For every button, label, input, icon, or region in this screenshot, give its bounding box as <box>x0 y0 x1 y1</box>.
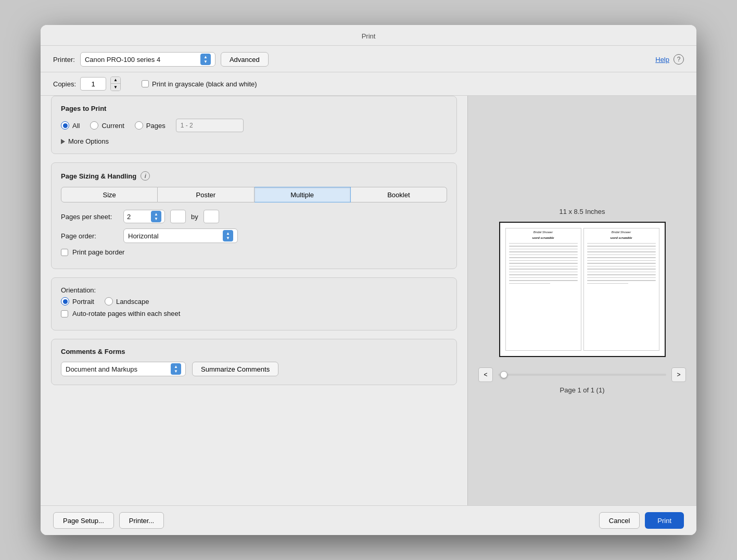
grayscale-label: Print in grayscale (black and white) <box>152 80 257 88</box>
printer-dropdown-arrows: ▲ ▼ <box>200 54 211 65</box>
print-border-label: Print page border <box>72 248 124 256</box>
comments-dropdown[interactable]: Document and Markups ▲ ▼ <box>61 362 186 376</box>
orientation-label: Orientation: <box>61 286 96 294</box>
next-page-button[interactable]: > <box>671 367 686 382</box>
print-button[interactable]: Print <box>645 512 684 529</box>
radio-pages[interactable] <box>135 121 143 130</box>
advanced-button[interactable]: Advanced <box>221 52 269 67</box>
landscape-item[interactable]: Landscape <box>105 297 149 306</box>
pages-to-print-section: Pages to Print All Current Pages <box>51 96 457 154</box>
printer-row: Printer: Canon PRO-100 series 4 ▲ ▼ Adva… <box>53 52 649 67</box>
help-circle-icon[interactable]: ? <box>674 54 684 65</box>
preview-heading-left: word scramble <box>509 236 578 240</box>
comments-dropdown-arrows: ▲ ▼ <box>171 363 181 375</box>
radio-current-item[interactable]: Current <box>90 121 124 130</box>
more-options-label: More Options <box>68 137 109 145</box>
orientation-radio-group: Portrait Landscape <box>61 297 447 306</box>
auto-rotate-checkbox[interactable] <box>61 310 68 317</box>
radio-all[interactable] <box>61 121 69 130</box>
radio-all-label: All <box>72 122 80 130</box>
pages-per-sheet-dropdown[interactable]: 2 ▲ ▼ <box>123 210 165 223</box>
page-order-dropdown[interactable]: Horizontal ▲ ▼ <box>123 228 238 243</box>
page-sizing-title: Page Sizing & Handling <box>61 172 136 180</box>
radio-current-label: Current <box>101 122 124 130</box>
pages-per-sheet-row: Pages per sheet: 2 ▲ ▼ by <box>61 210 447 223</box>
summarize-button[interactable]: Summarize Comments <box>192 362 278 376</box>
page-dimension: 11 x 8.5 Inches <box>559 208 605 215</box>
radio-portrait[interactable] <box>61 297 69 306</box>
pages-radio-group: All Current Pages <box>61 119 447 132</box>
tab-size[interactable]: Size <box>61 187 158 202</box>
page-sizing-header: Page Sizing & Handling i <box>61 171 447 181</box>
more-options-triangle <box>61 139 65 144</box>
help-area: Help ? <box>655 54 684 65</box>
auto-rotate-label: Auto-rotate pages within each sheet <box>72 310 180 317</box>
pages-per-sheet-col-box[interactable] <box>170 210 186 223</box>
landscape-label: Landscape <box>116 298 149 306</box>
radio-pages-label: Pages <box>146 122 166 130</box>
slider-thumb[interactable] <box>500 371 507 378</box>
printer-button[interactable]: Printer... <box>119 512 164 529</box>
main-content: Pages to Print All Current Pages <box>41 96 696 505</box>
radio-current[interactable] <box>90 121 98 130</box>
cancel-button[interactable]: Cancel <box>599 512 640 529</box>
printer-label: Printer: <box>53 56 75 63</box>
bottom-left-buttons: Page Setup... Printer... <box>53 512 164 529</box>
preview-line-1 <box>509 243 578 244</box>
slider-row: < > <box>478 367 686 382</box>
pages-per-sheet-value: 2 <box>127 213 131 221</box>
preview-page-right: Bridal Shower word scramble <box>583 228 659 351</box>
portrait-item[interactable]: Portrait <box>61 297 94 306</box>
orientation-section: Orientation: Portrait Landscape Auto-rot… <box>51 277 457 330</box>
print-preview: Bridal Shower word scramble <box>499 222 666 357</box>
zoom-slider[interactable] <box>498 374 666 376</box>
copies-decrement[interactable]: ▼ <box>111 84 120 91</box>
tab-booklet[interactable]: Booklet <box>351 187 447 202</box>
grayscale-checkbox[interactable] <box>142 80 149 87</box>
page-order-row: Page order: Horizontal ▲ ▼ <box>61 228 447 243</box>
page-setup-button[interactable]: Page Setup... <box>53 512 114 529</box>
copies-left: Copies: 1 ▲ ▼ <box>53 77 121 91</box>
printer-dropdown[interactable]: Canon PRO-100 series 4 ▲ ▼ <box>80 52 215 67</box>
pages-range-input[interactable] <box>176 119 244 132</box>
page-order-label: Page order: <box>61 232 118 240</box>
dialog-title: Print <box>362 32 376 40</box>
preview-subtitle-right: Bridal Shower <box>587 231 656 234</box>
auto-rotate-row: Auto-rotate pages within each sheet <box>61 310 447 317</box>
bottom-right-buttons: Cancel Print <box>599 512 684 529</box>
left-panel: Pages to Print All Current Pages <box>41 96 467 505</box>
copies-input[interactable]: 1 <box>80 77 106 91</box>
more-options-toggle[interactable]: More Options <box>61 137 447 145</box>
grayscale-row: Print in grayscale (black and white) <box>142 80 257 88</box>
copies-row: Copies: 1 ▲ ▼ Print in grayscale (black … <box>41 72 696 96</box>
info-icon[interactable]: i <box>141 171 150 181</box>
tab-multiple[interactable]: Multiple <box>255 187 351 202</box>
tab-poster[interactable]: Poster <box>158 187 254 202</box>
preview-inner: Bridal Shower word scramble <box>503 226 662 353</box>
pages-to-print-title: Pages to Print <box>61 105 447 112</box>
right-panel: 11 x 8.5 Inches Bridal Shower word scram… <box>467 96 696 505</box>
top-bar: Printer: Canon PRO-100 series 4 ▲ ▼ Adva… <box>41 46 696 72</box>
print-border-row: Print page border <box>61 248 447 256</box>
comments-value: Document and Markups <box>66 365 137 373</box>
page-indicator: Page 1 of 1 (1) <box>560 386 605 394</box>
bottom-bar: Page Setup... Printer... Cancel Print <box>41 505 696 535</box>
copies-increment[interactable]: ▲ <box>111 77 120 84</box>
pages-per-sheet-row-box[interactable] <box>204 210 219 223</box>
radio-all-item[interactable]: All <box>61 121 80 130</box>
preview-page-left: Bridal Shower word scramble <box>505 228 581 351</box>
preview-subtitle-left: Bridal Shower <box>509 231 578 234</box>
copies-stepper[interactable]: ▲ ▼ <box>110 77 121 91</box>
comments-forms-section: Comments & Forms Document and Markups ▲ … <box>51 339 457 385</box>
radio-landscape[interactable] <box>105 297 113 306</box>
pages-per-sheet-arrows: ▲ ▼ <box>151 211 161 222</box>
by-text: by <box>191 213 198 221</box>
print-dialog: Print Printer: Canon PRO-100 series 4 ▲ … <box>41 25 696 535</box>
page-order-arrows: ▲ ▼ <box>223 230 233 241</box>
pages-per-sheet-label: Pages per sheet: <box>61 213 118 221</box>
comments-forms-title: Comments & Forms <box>61 348 447 355</box>
print-border-checkbox[interactable] <box>61 249 68 256</box>
prev-page-button[interactable]: < <box>478 367 493 382</box>
help-link[interactable]: Help <box>655 56 669 63</box>
radio-pages-item[interactable]: Pages <box>135 121 166 130</box>
